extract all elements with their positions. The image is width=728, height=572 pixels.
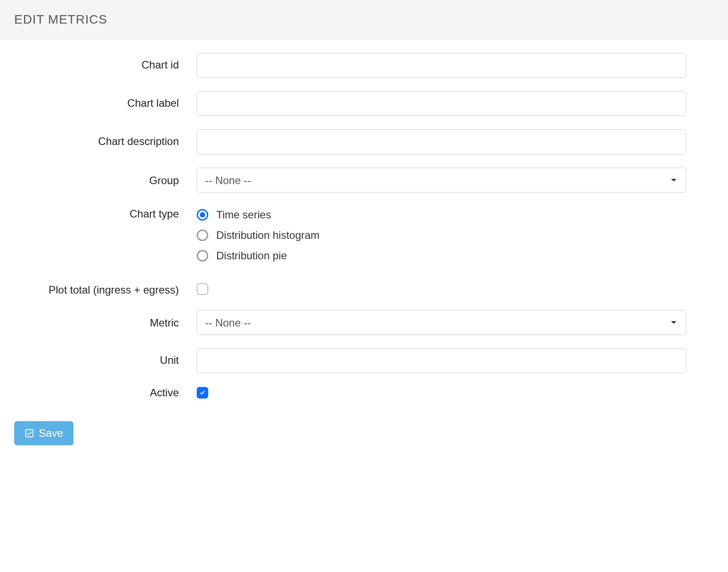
page-title: EDIT METRICS [14,12,714,27]
panel-footer: Save [0,421,728,459]
plot-total-checkbox[interactable] [197,283,208,295]
label-group: Group [14,174,197,187]
row-chart-id: Chart id [14,53,714,78]
radio-icon [197,250,208,262]
row-chart-type: Chart type Time series Distribution hist… [14,206,714,270]
label-active: Active [14,387,197,399]
group-select[interactable]: -- None -- [197,168,686,193]
unit-input[interactable] [197,348,686,373]
label-chart-type: Chart type [14,208,197,220]
save-button[interactable]: Save [14,421,73,445]
edit-metrics-panel: EDIT METRICS Chart id Chart label Chart … [0,0,728,459]
chart-description-input[interactable] [197,129,686,154]
label-plot-total: Plot total (ingress + egress) [14,284,197,296]
radio-label-time-series: Time series [216,209,271,221]
label-chart-label: Chart label [14,97,197,109]
row-chart-description: Chart description [14,129,714,154]
row-metric: Metric -- None -- [14,310,714,335]
row-active: Active [14,387,714,399]
panel-body: Chart id Chart label Chart description G… [0,40,728,421]
radio-distribution-histogram[interactable]: Distribution histogram [197,229,686,242]
chart-label-input[interactable] [197,91,686,116]
check-icon [199,389,206,396]
radio-icon [197,230,208,241]
label-chart-id: Chart id [14,59,197,71]
active-checkbox[interactable] [197,387,208,399]
label-unit: Unit [14,354,197,367]
save-button-label: Save [39,427,63,439]
label-metric: Metric [14,317,197,329]
svg-rect-0 [26,430,33,437]
radio-time-series[interactable]: Time series [197,209,686,221]
radio-distribution-pie[interactable]: Distribution pie [197,250,686,262]
radio-label-distribution-histogram: Distribution histogram [216,229,320,242]
radio-icon [197,209,208,221]
row-chart-label: Chart label [14,91,714,116]
label-chart-description: Chart description [14,135,197,148]
save-check-icon [24,428,34,438]
panel-header: EDIT METRICS [0,0,728,40]
radio-label-distribution-pie: Distribution pie [216,250,287,262]
row-plot-total: Plot total (ingress + egress) [14,283,714,297]
metric-select[interactable]: -- None -- [197,310,686,335]
chart-id-input[interactable] [197,53,686,78]
row-group: Group -- None -- [14,168,714,193]
row-unit: Unit [14,348,714,373]
